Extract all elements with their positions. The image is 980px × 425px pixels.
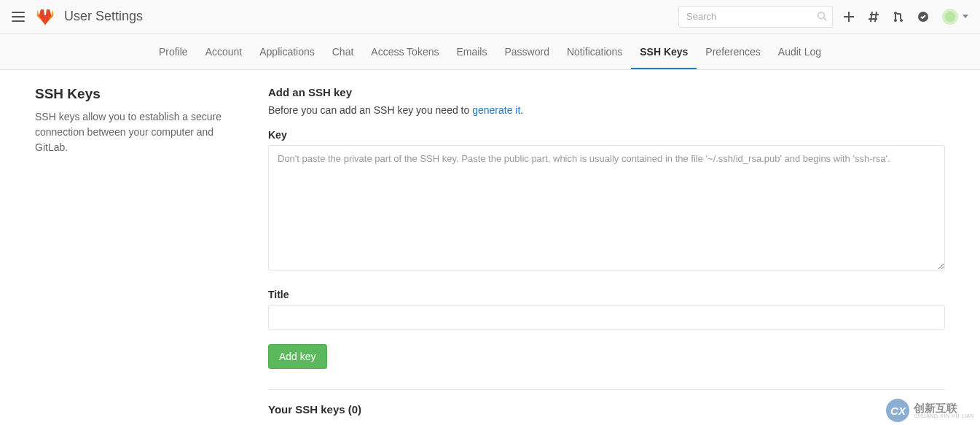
- tab-access-tokens[interactable]: Access Tokens: [362, 36, 447, 69]
- svg-line-5: [875, 12, 877, 22]
- svg-line-4: [871, 12, 872, 22]
- top-bar: User Settings: [0, 0, 980, 34]
- settings-tabs: ProfileAccountApplicationsChatAccess Tok…: [0, 34, 980, 70]
- search-input[interactable]: [678, 6, 833, 28]
- intro-before: Before you can add an SSH key you need t…: [268, 104, 472, 116]
- form-intro: Before you can add an SSH key you need t…: [268, 104, 945, 116]
- tab-preferences[interactable]: Preferences: [697, 36, 769, 69]
- svg-rect-9: [895, 14, 896, 20]
- merge-request-icon[interactable]: [893, 11, 904, 23]
- title-input[interactable]: [268, 305, 945, 330]
- watermark: CX 创新互联 CHUANG XIN HU LIAN: [880, 396, 980, 425]
- tab-emails[interactable]: Emails: [447, 36, 495, 69]
- search-icon: [817, 11, 827, 21]
- tab-audit-log[interactable]: Audit Log: [769, 36, 830, 69]
- user-avatar-dropdown[interactable]: [942, 9, 968, 25]
- svg-line-1: [824, 17, 827, 20]
- your-keys-heading: Your SSH keys (0): [268, 403, 945, 416]
- tab-chat[interactable]: Chat: [324, 36, 363, 69]
- hash-icon[interactable]: [868, 11, 879, 23]
- chevron-down-icon: [963, 15, 968, 18]
- content: SSH Keys SSH keys allow you to establish…: [0, 70, 980, 425]
- side-description: SSH Keys SSH keys allow you to establish…: [35, 86, 239, 425]
- topbar-icons: [843, 9, 968, 25]
- key-label: Key: [268, 129, 945, 141]
- intro-after: .: [520, 104, 523, 116]
- svg-point-0: [818, 12, 825, 18]
- tab-account[interactable]: Account: [197, 36, 251, 69]
- add-key-button[interactable]: Add key: [268, 344, 327, 369]
- tab-password[interactable]: Password: [495, 36, 557, 69]
- tab-notifications[interactable]: Notifications: [558, 36, 631, 69]
- gitlab-logo-icon[interactable]: [36, 9, 54, 25]
- generate-link[interactable]: generate it: [472, 104, 520, 116]
- tab-ssh-keys[interactable]: SSH Keys: [631, 36, 697, 69]
- form-heading: Add an SSH key: [268, 86, 945, 98]
- divider: [268, 389, 945, 390]
- plus-icon[interactable]: [843, 11, 855, 23]
- tab-applications[interactable]: Applications: [251, 36, 324, 69]
- watermark-logo-icon: CX: [886, 399, 909, 422]
- watermark-text: 创新互联: [914, 402, 974, 413]
- svg-point-8: [900, 19, 903, 22]
- search-wrap: [678, 6, 833, 28]
- key-textarea[interactable]: [268, 145, 945, 270]
- side-text: SSH keys allow you to establish a secure…: [35, 109, 239, 155]
- main-panel: Add an SSH key Before you can add an SSH…: [268, 86, 945, 425]
- hamburger-menu-icon[interactable]: [12, 12, 25, 22]
- todo-check-icon[interactable]: [917, 11, 929, 23]
- title-label: Title: [268, 289, 945, 300]
- avatar: [942, 9, 958, 25]
- watermark-sub: CHUANG XIN HU LIAN: [914, 413, 974, 418]
- side-title: SSH Keys: [35, 86, 239, 102]
- tab-profile[interactable]: Profile: [150, 36, 197, 69]
- page-title: User Settings: [64, 9, 143, 24]
